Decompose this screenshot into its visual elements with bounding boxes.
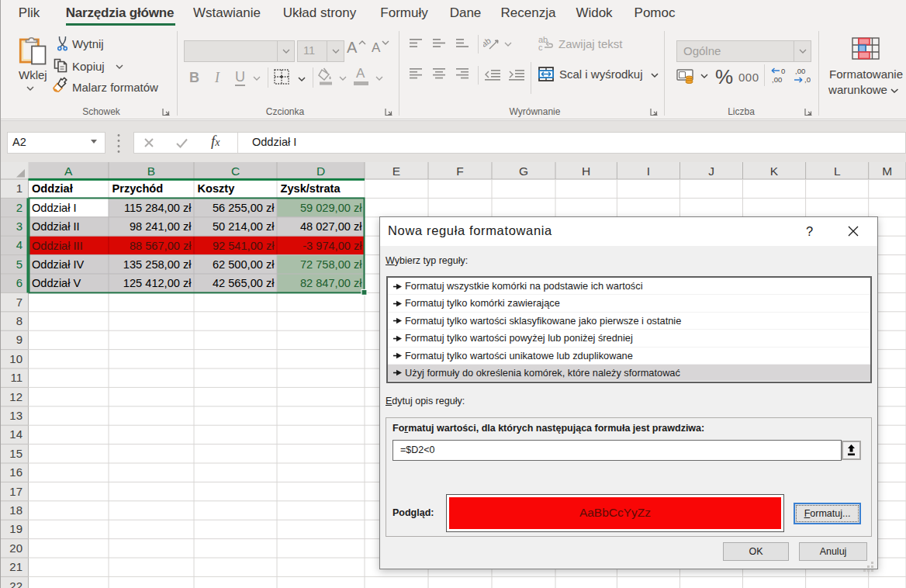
svg-text:M: M [882, 164, 892, 178]
svg-text:Oddział IV: Oddział IV [32, 258, 85, 271]
svg-text:I: I [647, 164, 650, 178]
svg-text:Oddział II: Oddział II [32, 220, 80, 233]
svg-text:21: 21 [9, 560, 22, 573]
svg-text:E: E [392, 164, 400, 178]
svg-text:L: L [834, 164, 841, 178]
svg-text:B: B [147, 164, 155, 178]
svg-text:56 255,00 zł: 56 255,00 zł [213, 202, 275, 214]
svg-text:7: 7 [16, 296, 22, 309]
svg-text:Koszty: Koszty [198, 182, 236, 195]
svg-text:8: 8 [16, 314, 22, 327]
svg-text:H: H [582, 164, 590, 178]
svg-text:135 258,00 zł: 135 258,00 zł [123, 258, 192, 271]
svg-text:17: 17 [9, 485, 22, 498]
svg-text:G: G [519, 164, 528, 178]
svg-text:4: 4 [16, 238, 22, 251]
svg-text:C: C [231, 164, 240, 178]
svg-text:F: F [456, 164, 463, 178]
svg-text:115 284,00 zł: 115 284,00 zł [124, 202, 192, 214]
svg-text:48 027,00 zł: 48 027,00 zł [300, 220, 362, 233]
svg-text:125 412,00 zł: 125 412,00 zł [123, 277, 192, 289]
svg-text:15: 15 [9, 447, 22, 460]
svg-text:Oddział I: Oddział I [32, 202, 77, 214]
svg-text:,00: ,00 [795, 67, 805, 75]
svg-text:13: 13 [9, 409, 22, 422]
svg-text:88 567,00 zł: 88 567,00 zł [130, 240, 192, 252]
svg-text:18: 18 [9, 503, 22, 517]
svg-text:98 241,00 zł: 98 241,00 zł [130, 220, 192, 233]
svg-text:A: A [64, 164, 73, 178]
svg-text:,0: ,0 [804, 75, 811, 84]
svg-text:11: 11 [10, 371, 22, 384]
svg-text:82 847,00 zł: 82 847,00 zł [300, 277, 362, 289]
svg-text:20: 20 [9, 541, 22, 555]
svg-text:50 214,00 zł: 50 214,00 zł [213, 220, 275, 233]
svg-text:,00: ,00 [772, 75, 782, 84]
svg-text:9: 9 [16, 333, 22, 346]
svg-text:Oddział V: Oddział V [32, 277, 81, 289]
svg-text:10: 10 [9, 352, 22, 365]
svg-text:5: 5 [16, 258, 22, 271]
svg-text:42 565,00 zł: 42 565,00 zł [213, 277, 275, 289]
svg-text:62 500,00 zł: 62 500,00 zł [213, 258, 275, 271]
svg-text:-3 974,00 zł: -3 974,00 zł [303, 240, 362, 252]
svg-text:12: 12 [9, 390, 22, 403]
svg-text:K: K [770, 164, 779, 178]
svg-text:92 541,00 zł: 92 541,00 zł [213, 240, 275, 252]
svg-text:14: 14 [9, 427, 22, 441]
svg-text:Zysk/strata: Zysk/strata [281, 182, 341, 195]
svg-text:2: 2 [16, 201, 22, 214]
svg-text:Przychód: Przychód [112, 182, 164, 195]
svg-text:22: 22 [9, 579, 22, 588]
svg-text:J: J [708, 164, 714, 178]
svg-text:59 029,00 zł: 59 029,00 zł [300, 202, 362, 214]
svg-text:D: D [316, 164, 325, 178]
svg-text:72 758,00 zł: 72 758,00 zł [300, 258, 362, 271]
svg-text:16: 16 [9, 465, 22, 479]
svg-text:Oddział: Oddział [32, 182, 73, 195]
svg-text:0: 0 [781, 67, 785, 75]
svg-text:1: 1 [16, 182, 22, 195]
svg-text:c: c [538, 43, 543, 51]
svg-text:3: 3 [16, 220, 22, 233]
svg-text:6: 6 [16, 276, 22, 289]
svg-text:Oddział III: Oddział III [32, 240, 83, 252]
svg-text:19: 19 [9, 522, 22, 535]
